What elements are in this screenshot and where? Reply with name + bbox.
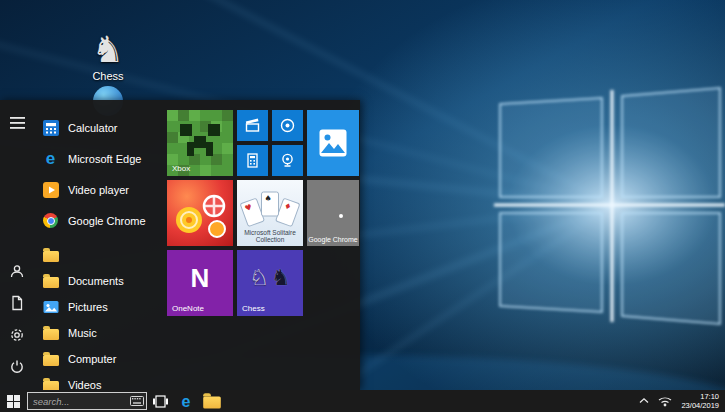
- folder-label: Music: [68, 327, 97, 339]
- clock-time: 17:10: [681, 392, 719, 401]
- taskbar-clock[interactable]: 17:10 23/04/2019: [681, 392, 719, 410]
- start-folder-computer[interactable]: Computer: [34, 346, 164, 372]
- tray-expand-chevron-icon[interactable]: [639, 397, 649, 405]
- start-menu: Calculator e Microsoft Edge Video player…: [0, 100, 360, 390]
- app-label: Video player: [68, 184, 129, 196]
- start-folder-music[interactable]: Music: [34, 320, 164, 346]
- tile-solitaire[interactable]: ♥ ♦ ♠ Microsoft Solitaire Collection: [237, 180, 303, 246]
- white-knight-icon: ♘: [249, 267, 269, 289]
- power-icon[interactable]: [7, 357, 27, 377]
- taskbar: e 17:10 23/04/2019: [0, 390, 725, 412]
- edge-icon: e: [42, 150, 59, 167]
- webcam-icon: [279, 152, 296, 169]
- hamburger-menu-icon[interactable]: [7, 113, 27, 133]
- windows-desktop: ♞ Chess: [0, 0, 725, 412]
- keyboard-icon[interactable]: [130, 396, 144, 406]
- black-knight-icon: ♞: [271, 267, 291, 289]
- taskbar-file-explorer-button[interactable]: [199, 390, 225, 412]
- tile-calculator[interactable]: [237, 145, 268, 176]
- desktop-icon-label: Chess: [92, 70, 123, 82]
- chess-knight-icon: ♞: [92, 30, 124, 70]
- start-app-list: Calculator e Microsoft Edge Video player…: [34, 100, 164, 390]
- tile-label: Chess: [242, 304, 265, 313]
- svg-text:♠: ♠: [265, 194, 272, 203]
- desktop-icon-chess[interactable]: ♞ Chess: [76, 30, 140, 82]
- app-label: Google Chrome: [68, 215, 146, 227]
- search-input[interactable]: [28, 393, 146, 409]
- file-explorer-icon: [203, 396, 221, 408]
- edge-icon: e: [182, 393, 191, 410]
- folder-icon: [42, 351, 59, 368]
- start-folder-pictures[interactable]: Pictures: [34, 294, 164, 320]
- start-app-video-player[interactable]: Video player: [34, 174, 164, 205]
- folder-icon: [42, 273, 59, 290]
- folder-label: Pictures: [68, 301, 108, 313]
- tile-label: Microsoft Solitaire Collection: [239, 229, 301, 243]
- start-folder-list: Documents Pictures Music Computer: [34, 242, 164, 398]
- folder-label: Computer: [68, 353, 116, 365]
- app-label: Microsoft Edge: [68, 153, 141, 165]
- start-button[interactable]: [0, 390, 26, 412]
- app-label: Calculator: [68, 122, 118, 134]
- rail-bottom-group: [7, 258, 27, 380]
- settings-gear-icon[interactable]: [7, 325, 27, 345]
- tile-photos[interactable]: [307, 110, 359, 176]
- windows-logo-icon: [7, 395, 20, 408]
- tile-label: Xbox: [172, 164, 190, 173]
- network-icon[interactable]: [658, 396, 672, 407]
- start-folder-documents[interactable]: Documents: [34, 268, 164, 294]
- tile-xbox[interactable]: Xbox: [167, 110, 233, 176]
- onenote-n-icon: N: [191, 262, 210, 293]
- folder-label: Documents: [68, 275, 124, 287]
- taskbar-edge-button[interactable]: e: [173, 390, 199, 412]
- pictures-icon: [42, 299, 59, 316]
- photos-icon: [318, 128, 348, 158]
- start-app-google-chrome[interactable]: Google Chrome: [34, 205, 164, 236]
- account-icon[interactable]: [7, 261, 27, 281]
- task-view-icon: [153, 395, 168, 408]
- taskbar-search[interactable]: [27, 392, 147, 410]
- start-app-microsoft-edge[interactable]: e Microsoft Edge: [34, 143, 164, 174]
- tile-onenote[interactable]: N OneNote: [167, 250, 233, 316]
- tile-label: Google Chrome: [307, 236, 359, 243]
- tile-google-chrome[interactable]: Google Chrome: [307, 180, 359, 246]
- calculator-icon: [244, 152, 261, 169]
- start-menu-rail: [0, 100, 34, 390]
- calculator-icon: [42, 119, 59, 136]
- start-app-calculator[interactable]: Calculator: [34, 112, 164, 143]
- task-view-button[interactable]: [147, 390, 173, 412]
- clapperboard-icon: [244, 117, 261, 134]
- documents-icon[interactable]: [7, 293, 27, 313]
- tile-movies-tv[interactable]: [237, 110, 268, 141]
- video-player-icon: [42, 181, 59, 198]
- start-tile-area: Xbox: [164, 100, 360, 390]
- clock-date: 23/04/2019: [681, 401, 719, 410]
- tile-camera[interactable]: [272, 145, 303, 176]
- tile-groove-music[interactable]: [272, 110, 303, 141]
- start-folder-item[interactable]: [34, 242, 164, 268]
- system-tray: 17:10 23/04/2019: [639, 392, 725, 410]
- disc-icon: [279, 117, 296, 134]
- playing-cards-icon: ♥ ♦ ♠: [237, 180, 303, 232]
- tile-chess[interactable]: ♘ ♞ Chess: [237, 250, 303, 316]
- tile-candy-crush[interactable]: [167, 180, 233, 246]
- folder-icon: [42, 247, 59, 264]
- folder-icon: [42, 325, 59, 342]
- tile-label: OneNote: [172, 304, 204, 313]
- chrome-icon: [42, 212, 59, 229]
- candy-image: [167, 180, 233, 246]
